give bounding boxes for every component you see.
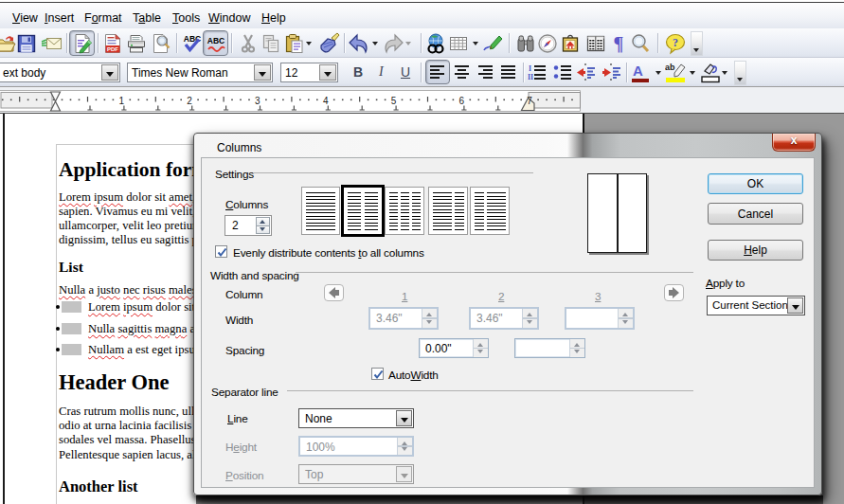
svg-text:2: 2 xyxy=(187,96,192,106)
svg-text:¶: ¶ xyxy=(614,33,624,54)
svg-text:1: 1 xyxy=(119,96,125,106)
svg-text:3: 3 xyxy=(255,96,260,106)
svg-text:ab: ab xyxy=(665,63,675,72)
svg-text:6: 6 xyxy=(459,96,465,106)
svg-text:7: 7 xyxy=(527,96,532,106)
svg-text:I: I xyxy=(529,64,531,73)
svg-text:PDF: PDF xyxy=(107,46,118,52)
svg-text:5: 5 xyxy=(391,96,397,106)
svg-text:4: 4 xyxy=(323,96,329,106)
svg-text:II: II xyxy=(528,73,533,81)
svg-text:ABC: ABC xyxy=(207,36,224,45)
svg-text:?: ? xyxy=(673,36,678,49)
